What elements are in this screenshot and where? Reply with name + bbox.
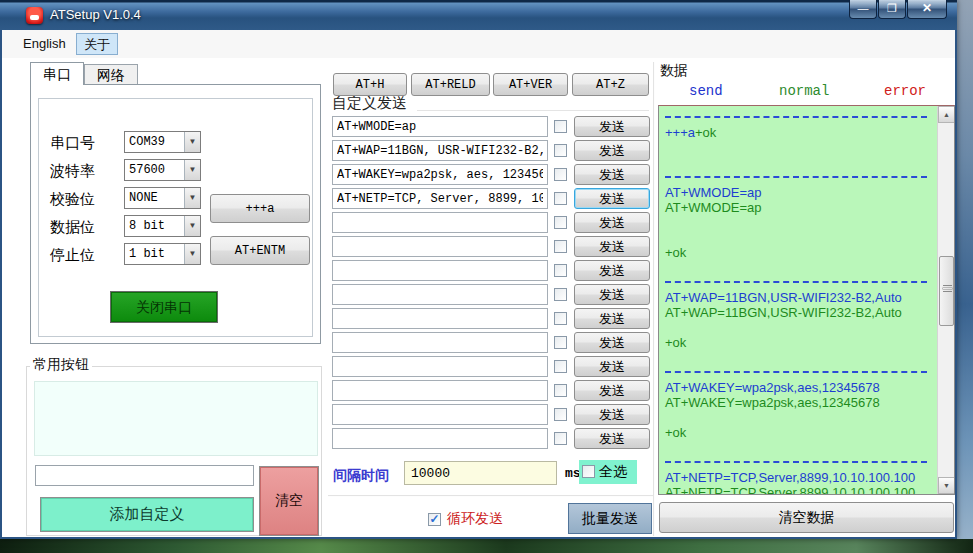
new-command-input[interactable]: [35, 465, 254, 486]
parity-select[interactable]: NONE ▼: [124, 187, 201, 209]
port-select[interactable]: COM39 ▼: [124, 131, 201, 153]
minimize-button[interactable]: —: [849, 0, 877, 19]
at-z-button[interactable]: AT+Z: [572, 73, 649, 96]
console-scrollbar[interactable]: ▲ ▼: [937, 106, 954, 494]
custom-send-input[interactable]: [332, 404, 548, 425]
row-checkbox[interactable]: [554, 144, 567, 157]
custom-send-input[interactable]: [332, 284, 548, 305]
send-button[interactable]: 发送: [574, 308, 650, 329]
custom-send-input[interactable]: [332, 164, 548, 185]
titlebar[interactable]: ATSetup V1.0.4 — ❐ ✕: [0, 0, 957, 30]
row-checkbox[interactable]: [554, 192, 567, 205]
custom-send-row: 发送: [332, 235, 654, 259]
app-icon: [26, 7, 43, 24]
tab-serial[interactable]: 串口: [30, 62, 84, 85]
row-checkbox[interactable]: [554, 432, 567, 445]
custom-send-input[interactable]: [332, 332, 548, 353]
custom-send-input[interactable]: [332, 236, 548, 257]
tab-network[interactable]: 网络: [84, 64, 138, 85]
dropdown-arrow-icon[interactable]: ▼: [184, 216, 200, 236]
row-checkbox[interactable]: [554, 288, 567, 301]
loop-send-checkbox[interactable]: ✓: [428, 513, 441, 526]
at-reld-button[interactable]: AT+RELD: [411, 73, 490, 96]
custom-send-row: 发送: [332, 283, 654, 307]
send-button[interactable]: 发送: [574, 188, 650, 209]
custom-send-input[interactable]: [332, 380, 548, 401]
console-line: [665, 260, 931, 275]
add-custom-button[interactable]: 添加自定义: [40, 497, 254, 532]
console-line: [665, 155, 931, 170]
send-button[interactable]: 发送: [574, 284, 650, 305]
baud-select[interactable]: 57600 ▼: [124, 159, 201, 181]
at-h-button[interactable]: AT+H: [333, 73, 407, 96]
dropdown-arrow-icon[interactable]: ▼: [184, 188, 200, 208]
console-line: [665, 215, 931, 230]
row-checkbox[interactable]: [554, 384, 567, 397]
row-checkbox[interactable]: [554, 264, 567, 277]
row-checkbox[interactable]: [554, 336, 567, 349]
custom-send-input[interactable]: [332, 116, 548, 137]
batch-send-button[interactable]: 批量发送: [568, 503, 652, 534]
custom-send-input[interactable]: [332, 428, 548, 449]
custom-send-row: 发送: [332, 331, 654, 355]
send-button[interactable]: 发送: [574, 116, 650, 137]
common-buttons-title: 常用按钮: [30, 356, 92, 374]
console-line: [665, 350, 931, 365]
loop-send-label: 循环发送: [447, 510, 503, 528]
common-buttons-list[interactable]: [34, 381, 318, 456]
app-window: ATSetup V1.0.4 — ❐ ✕ English 关于 串口 网络 串口…: [0, 0, 957, 539]
row-checkbox[interactable]: [554, 240, 567, 253]
dropdown-arrow-icon[interactable]: ▼: [184, 160, 200, 180]
send-button[interactable]: 发送: [574, 404, 650, 425]
databits-select[interactable]: 8 bit ▼: [124, 215, 201, 237]
select-all-chip: 全选: [579, 460, 637, 484]
send-button[interactable]: 发送: [574, 140, 650, 161]
baud-label: 波特率: [50, 162, 116, 181]
dropdown-arrow-icon[interactable]: ▼: [184, 132, 200, 152]
close-serial-button[interactable]: 关闭串口: [110, 291, 218, 323]
select-all-checkbox[interactable]: [582, 465, 595, 478]
scrollbar-thumb[interactable]: [939, 256, 954, 326]
custom-send-input[interactable]: [332, 212, 548, 233]
row-checkbox[interactable]: [554, 120, 567, 133]
scroll-down-icon[interactable]: ▼: [938, 477, 955, 494]
at-entm-button[interactable]: AT+ENTM: [210, 236, 310, 265]
clear-data-button[interactable]: 清空数据: [659, 502, 954, 533]
at-ver-button[interactable]: AT+VER: [493, 73, 568, 96]
custom-send-input[interactable]: [332, 308, 548, 329]
console-line: AT+NETP=TCP,Server,8899,10.10.100.100: [665, 470, 931, 485]
send-button[interactable]: 发送: [574, 332, 650, 353]
custom-send-rows: 发送发送发送发送发送发送发送发送发送发送发送发送发送发送: [332, 115, 654, 451]
row-checkbox[interactable]: [554, 216, 567, 229]
custom-send-input[interactable]: [332, 356, 548, 377]
menu-english[interactable]: English: [16, 33, 73, 55]
scroll-up-icon[interactable]: ▲: [938, 106, 955, 123]
dropdown-arrow-icon[interactable]: ▼: [184, 244, 200, 264]
custom-send-input[interactable]: [332, 260, 548, 281]
send-button[interactable]: 发送: [574, 380, 650, 401]
divider: [653, 62, 655, 536]
send-button[interactable]: 发送: [574, 428, 650, 449]
send-button[interactable]: 发送: [574, 164, 650, 185]
custom-send-input[interactable]: [332, 140, 548, 161]
custom-send-input[interactable]: [332, 188, 548, 209]
legend-error: error: [884, 83, 926, 99]
send-button[interactable]: 发送: [574, 212, 650, 233]
data-console[interactable]: +++a+ok AT+WMODE=apAT+WMODE=ap +ok AT+WA…: [658, 105, 955, 495]
send-button[interactable]: 发送: [574, 236, 650, 257]
maximize-button[interactable]: ❐: [878, 0, 906, 19]
clear-button[interactable]: 清空: [259, 466, 319, 536]
row-checkbox[interactable]: [554, 408, 567, 421]
menu-about[interactable]: 关于: [76, 33, 118, 55]
row-checkbox[interactable]: [554, 168, 567, 181]
row-checkbox[interactable]: [554, 360, 567, 373]
custom-send-row: 发送: [332, 139, 654, 163]
send-button[interactable]: 发送: [574, 260, 650, 281]
send-button[interactable]: 发送: [574, 356, 650, 377]
row-checkbox[interactable]: [554, 312, 567, 325]
close-button[interactable]: ✕: [907, 0, 947, 19]
interval-input[interactable]: [404, 461, 557, 485]
legend-send: send: [689, 83, 723, 99]
stopbits-select[interactable]: 1 bit ▼: [124, 243, 201, 265]
plus-a-button[interactable]: +++a: [210, 194, 310, 223]
